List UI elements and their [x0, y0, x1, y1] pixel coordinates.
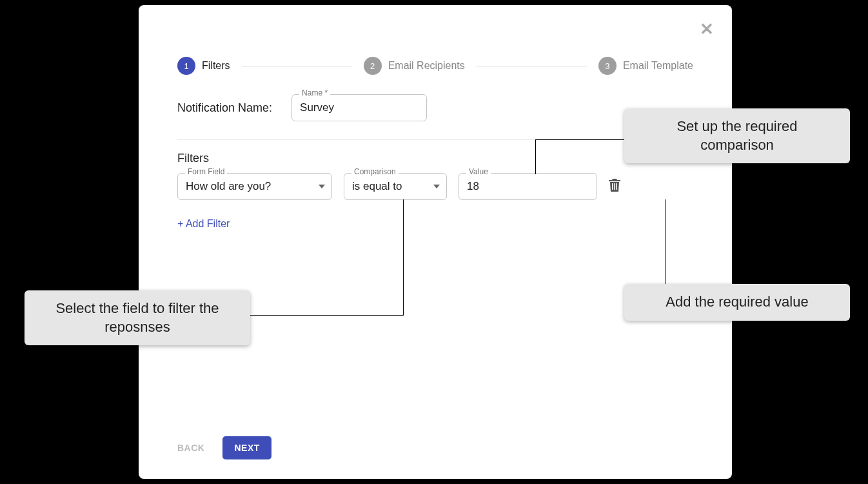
notification-name-input[interactable]	[291, 94, 427, 121]
name-field-wrap: Name *	[291, 94, 427, 121]
connector-line	[535, 139, 536, 174]
wizard-stepper: 1 Filters 2 Email Recipients 3 Email Tem…	[139, 5, 732, 75]
comparison-wrap: Comparison is equal to	[344, 173, 447, 200]
svg-rect-0	[612, 183, 613, 190]
value-wrap: Value	[459, 173, 597, 200]
step-filters[interactable]: 1 Filters	[177, 57, 230, 75]
comparison-select[interactable]: is equal to	[344, 173, 447, 200]
formfield-wrap: Form Field How old are you?	[177, 173, 332, 200]
close-icon[interactable]: ✕	[700, 21, 714, 37]
next-button[interactable]: NEXT	[222, 436, 271, 459]
add-filter-button[interactable]: + Add Filter	[177, 218, 230, 230]
step-2-circle: 2	[364, 57, 382, 75]
modal-footer: BACK NEXT	[177, 436, 271, 459]
callout-field: Select the field to filter the reposnses	[25, 290, 250, 345]
filters-section: Filters Form Field How old are you? Comp…	[177, 140, 693, 230]
step-3-circle: 3	[598, 57, 616, 75]
svg-rect-1	[614, 183, 615, 190]
callout-value: Add the required value	[624, 284, 850, 321]
step-divider	[242, 66, 352, 66]
trash-icon	[609, 179, 620, 192]
connector-line	[535, 139, 628, 140]
notification-modal: ✕ 1 Filters 2 Email Recipients 3 Email T…	[139, 5, 732, 479]
step-recipients[interactable]: 2 Email Recipients	[364, 57, 465, 75]
formfield-value: How old are you?	[186, 180, 271, 193]
comparison-legend: Comparison	[351, 167, 399, 176]
step-3-label: Email Template	[623, 60, 693, 72]
notification-name-row: Notification Name: Name *	[177, 94, 693, 140]
filters-title: Filters	[177, 152, 693, 165]
filter-row: Form Field How old are you? Comparison i…	[177, 173, 693, 200]
value-input[interactable]	[459, 173, 597, 200]
step-divider	[477, 66, 587, 66]
value-legend: Value	[466, 167, 491, 176]
step-2-label: Email Recipients	[388, 60, 465, 72]
formfield-legend: Form Field	[185, 167, 227, 176]
step-1-circle: 1	[177, 57, 195, 75]
callout-comparison: Set up the required comparison	[624, 108, 850, 163]
step-template[interactable]: 3 Email Template	[598, 57, 693, 75]
notification-name-label: Notification Name:	[177, 101, 272, 115]
connector-line	[246, 315, 404, 316]
svg-rect-2	[616, 183, 617, 190]
delete-filter-button[interactable]	[609, 179, 620, 195]
connector-line	[403, 199, 404, 316]
chevron-down-icon	[433, 185, 440, 188]
back-button: BACK	[177, 443, 204, 453]
name-legend: Name *	[299, 88, 330, 97]
comparison-value: is equal to	[352, 180, 402, 193]
chevron-down-icon	[319, 185, 325, 188]
formfield-select[interactable]: How old are you?	[177, 173, 332, 200]
step-1-label: Filters	[202, 60, 230, 72]
